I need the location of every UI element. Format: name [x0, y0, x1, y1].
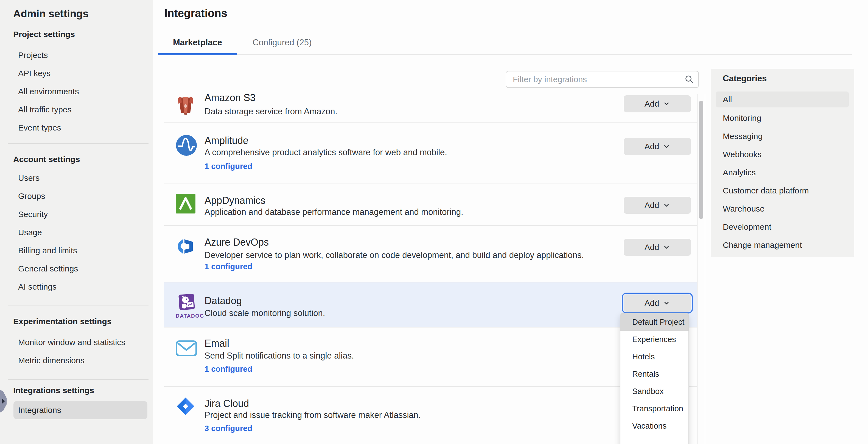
- dropdown-item-default-project[interactable]: Default Project: [620, 314, 688, 331]
- configured-link[interactable]: 1 configured: [205, 162, 252, 171]
- chevron-right-icon: [2, 398, 5, 404]
- sidebar-item-general-settings[interactable]: General settings: [0, 260, 153, 278]
- chevron-down-icon: [663, 202, 670, 209]
- email-icon: [176, 341, 197, 357]
- configured-link[interactable]: 1 configured: [205, 364, 252, 374]
- filter-input[interactable]: [506, 71, 699, 88]
- tab-configured[interactable]: Configured (25): [237, 35, 312, 54]
- integration-name: AppDynamics: [205, 195, 266, 206]
- sidebar-item-billing-and-limits[interactable]: Billing and limits: [0, 241, 153, 260]
- integration-row-amplitude: Amplitude A comprehensive product analyt…: [164, 122, 697, 184]
- dropdown-item-sandbox[interactable]: Sandbox: [620, 383, 688, 400]
- dropdown-item-rentals[interactable]: Rentals: [620, 365, 688, 383]
- integration-description: A comprehensive product analytics softwa…: [205, 148, 447, 157]
- page-title: Integrations: [164, 7, 227, 20]
- sidebar-item-security[interactable]: Security: [0, 205, 153, 224]
- sidebar-item-monitor-window-and-statistics[interactable]: Monitor window and statistics: [0, 333, 153, 351]
- dropdown-item-hotels[interactable]: Hotels: [620, 348, 688, 365]
- integration-row-amazon-s3: Amazon S3 Data storage service from Amaz…: [164, 94, 697, 122]
- integration-description: Send Split notifications to a single ali…: [205, 351, 354, 361]
- sidebar-item-usage[interactable]: Usage: [0, 224, 153, 241]
- category-analytics[interactable]: Analytics: [711, 164, 854, 182]
- scrollbar-thumb[interactable]: [699, 101, 703, 219]
- sidebar-item-users[interactable]: Users: [0, 169, 153, 187]
- section-heading-integrations-settings: Integrations settings: [13, 385, 153, 395]
- integration-description: Application and database performance man…: [205, 207, 463, 217]
- filter-container: [506, 71, 699, 88]
- sidebar-item-groups[interactable]: Groups: [0, 187, 153, 205]
- sidebar-item-api-keys[interactable]: API keys: [0, 64, 153, 82]
- admin-settings-page: Admin settings Project settings Projects…: [0, 0, 868, 444]
- section-heading-project-settings: Project settings: [13, 29, 153, 39]
- sidebar: Admin settings Project settings Projects…: [0, 0, 153, 444]
- sidebar-item-all-traffic-types[interactable]: All traffic types: [0, 100, 153, 119]
- chevron-down-icon: [663, 244, 670, 251]
- sidebar-divider: [8, 379, 149, 380]
- integrations-list: Amazon S3 Data storage service from Amaz…: [164, 94, 697, 444]
- categories-panel: Categories All Monitoring Messaging Webh…: [711, 69, 854, 257]
- add-button[interactable]: Add: [624, 95, 691, 112]
- datadog-icon: DATADOG: [176, 294, 198, 319]
- category-all-selected[interactable]: All: [716, 91, 849, 108]
- integration-description: Developer service to plan work, collabor…: [205, 250, 584, 260]
- category-messaging[interactable]: Messaging: [711, 127, 854, 145]
- category-monitoring[interactable]: Monitoring: [711, 109, 854, 127]
- sidebar-item-event-types[interactable]: Event types: [0, 119, 153, 137]
- sidebar-item-metric-dimensions[interactable]: Metric dimensions: [0, 351, 153, 369]
- integration-name: Azure DevOps: [205, 237, 269, 248]
- sidebar-item-integrations-selected[interactable]: Integrations: [13, 401, 147, 419]
- add-button[interactable]: Add: [624, 197, 691, 214]
- jira-icon: [176, 396, 195, 417]
- dropdown-item-vacations[interactable]: Vacations: [620, 417, 688, 435]
- section-heading-account-settings: Account settings: [13, 154, 153, 164]
- integration-name: Datadog: [205, 295, 242, 307]
- integration-row-azure-devops: Azure DevOps Developer service to plan w…: [164, 226, 697, 283]
- section-heading-experimentation-settings: Experimentation settings: [13, 317, 153, 326]
- dropdown-item-transportation[interactable]: Transportation: [620, 400, 688, 417]
- integration-description: Cloud scale monitoring solution.: [205, 308, 325, 318]
- category-development[interactable]: Development: [711, 218, 854, 236]
- add-button-label: Add: [645, 201, 659, 210]
- tab-bar: Marketplace Configured (25): [158, 35, 852, 55]
- add-button-label: Add: [645, 99, 659, 109]
- add-button[interactable]: Add: [624, 239, 691, 256]
- integration-row-appdynamics: AppDynamics Application and database per…: [164, 184, 697, 226]
- sidebar-divider: [8, 305, 149, 306]
- category-warehouse[interactable]: Warehouse: [711, 200, 854, 218]
- search-icon: [685, 75, 694, 85]
- sidebar-item-ai-settings[interactable]: AI settings: [0, 278, 153, 296]
- integration-name: Jira Cloud: [205, 398, 249, 409]
- add-button-datadog[interactable]: Add: [624, 295, 691, 312]
- amazon-s3-icon: [176, 95, 195, 116]
- datadog-wordmark: DATADOG: [176, 313, 198, 319]
- integration-row-jira-cloud: Jira Cloud Project and issue tracking fr…: [164, 387, 697, 444]
- add-button[interactable]: Add: [624, 138, 691, 155]
- category-change-management[interactable]: Change management: [711, 236, 854, 254]
- chevron-down-icon: [663, 143, 670, 150]
- integration-name: Email: [205, 338, 229, 349]
- sidebar-item-projects[interactable]: Projects: [0, 46, 153, 64]
- add-button-label: Add: [645, 142, 659, 151]
- sidebar-item-all-environments[interactable]: All environments: [0, 82, 153, 100]
- chevron-down-icon: [663, 100, 670, 108]
- category-webhooks[interactable]: Webhooks: [711, 145, 854, 164]
- category-customer-data-platform[interactable]: Customer data platform: [711, 182, 854, 200]
- categories-title: Categories: [723, 73, 854, 84]
- dropdown-item-experiences[interactable]: Experiences: [620, 331, 688, 348]
- integration-description: Project and issue tracking from software…: [205, 410, 421, 420]
- integration-description: Data storage service from Amazon.: [205, 107, 337, 117]
- main-content: Integrations Marketplace Configured (25): [153, 0, 868, 444]
- amplitude-icon: [176, 135, 197, 157]
- appdynamics-icon: [176, 194, 195, 214]
- sidebar-divider: [8, 143, 149, 144]
- chevron-down-icon: [663, 299, 670, 307]
- configured-link[interactable]: 1 configured: [205, 262, 252, 271]
- integration-row-datadog: DATADOG Datadog Cloud scale monitoring s…: [164, 283, 697, 327]
- integration-name: Amplitude: [205, 135, 248, 146]
- configured-link[interactable]: 3 configured: [205, 424, 252, 433]
- tab-marketplace[interactable]: Marketplace: [158, 35, 237, 54]
- sidebar-title: Admin settings: [13, 8, 153, 20]
- azure-devops-icon: [176, 237, 195, 258]
- add-button-label: Add: [645, 243, 659, 252]
- integration-row-email: Email Send Split notifications to a sing…: [164, 327, 697, 387]
